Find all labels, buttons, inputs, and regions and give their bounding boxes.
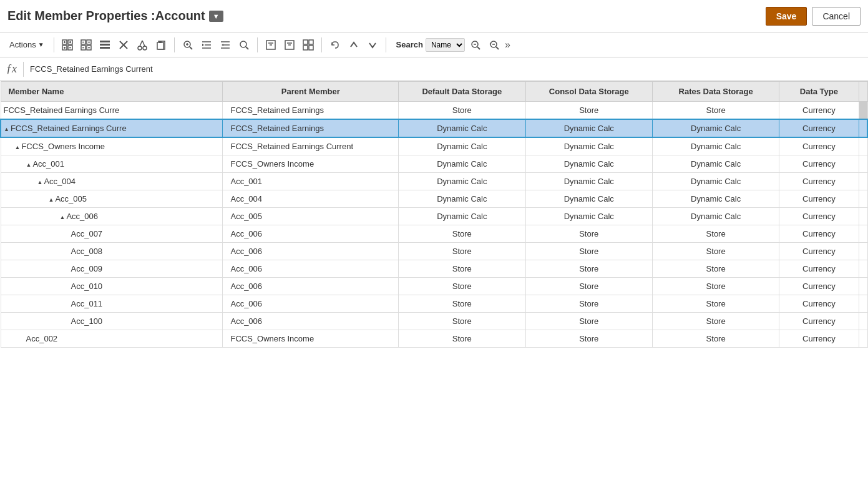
member-name-cell: ▲ Acc_004 (1, 173, 223, 190)
scroll-col (859, 330, 867, 348)
search-type-select[interactable]: Name (426, 38, 465, 52)
parent-member-cell: FCCS_Retained Earnings (223, 102, 399, 120)
member-name-cell: Acc_009 (1, 260, 223, 278)
table-header-row: Member Name Parent Member Default Data S… (1, 82, 867, 102)
default-storage-cell: Dynamic Calc (399, 119, 525, 137)
rates-storage-cell: Store (652, 102, 779, 120)
parent-member-cell: Acc_006 (223, 260, 399, 278)
toolbar-separator-2 (174, 37, 175, 52)
rates-storage-cell: Dynamic Calc (652, 119, 779, 137)
save-button[interactable]: Save (766, 7, 807, 26)
parent-member-cell: FCCS_Owners Income (223, 155, 399, 173)
search-zoom-icon[interactable] (236, 37, 252, 53)
table-row[interactable]: ▲ Acc_006Acc_005Dynamic CalcDynamic Calc… (1, 208, 867, 225)
paste-icon[interactable] (153, 37, 169, 53)
rates-storage-cell: Dynamic Calc (652, 137, 779, 155)
svg-rect-19 (100, 41, 110, 42)
rates-storage-cell: Store (652, 313, 779, 330)
scroll-col (859, 260, 867, 278)
move-down-icon[interactable] (364, 37, 381, 53)
search-go-icon[interactable] (467, 37, 484, 53)
table-row[interactable]: ▲ Acc_004Acc_001Dynamic CalcDynamic Calc… (1, 173, 867, 190)
default-storage-cell: Dynamic Calc (399, 190, 525, 208)
scroll-col (859, 190, 867, 208)
default-storage-cell: Store (399, 225, 525, 243)
indent-icon[interactable] (198, 37, 215, 53)
member-name-cell: ▲ Acc_005 (1, 190, 223, 208)
cancel-button[interactable]: Cancel (812, 7, 861, 26)
parent-member-cell: Acc_004 (223, 190, 399, 208)
consol-storage-cell: Store (525, 225, 652, 243)
table-row[interactable]: ▲ Acc_001FCCS_Owners IncomeDynamic CalcD… (1, 155, 867, 173)
svg-rect-51 (309, 40, 313, 44)
rates-storage-cell: Store (652, 330, 779, 348)
move-up-icon[interactable] (346, 37, 362, 53)
rates-storage-cell: Store (652, 243, 779, 260)
table-row[interactable]: ▲ Acc_005Acc_004Dynamic CalcDynamic Calc… (1, 190, 867, 208)
table-row[interactable]: Acc_100Acc_006StoreStoreStoreCurrency (1, 313, 867, 330)
rates-storage-cell: Store (652, 278, 779, 295)
default-storage-cell: Store (399, 330, 525, 348)
data-type-cell: Currency (779, 243, 859, 260)
col-data-type: Data Type (779, 82, 859, 102)
title-dropdown-button[interactable]: ▼ (209, 11, 223, 22)
col-member-name: Member Name (1, 82, 223, 102)
undo-icon[interactable] (327, 37, 343, 53)
col-scroll (859, 82, 867, 102)
outdent-icon[interactable] (217, 37, 233, 53)
data-type-cell: Currency (779, 137, 859, 155)
data-type-cell: Currency (779, 173, 859, 190)
table-row[interactable]: ▲ FCCS_Owners IncomeFCCS_Retained Earnin… (1, 137, 867, 155)
members-table: Member Name Parent Member Default Data S… (0, 81, 868, 348)
col-consol-storage: Consol Data Storage (525, 82, 652, 102)
table-row[interactable]: Acc_011Acc_006StoreStoreStoreCurrency (1, 295, 867, 313)
more-button[interactable]: » (505, 39, 510, 51)
filter-icon[interactable] (263, 37, 279, 53)
parent-member-cell: Acc_006 (223, 243, 399, 260)
member-name-cell: Acc_008 (1, 243, 223, 260)
scroll-col (859, 173, 867, 190)
search-back-icon[interactable] (486, 37, 502, 53)
member-name-cell: ▲ FCCS_Owners Income (1, 137, 223, 155)
scroll-col (859, 278, 867, 295)
parent-member-cell: FCCS_Retained Earnings (223, 119, 399, 137)
rates-storage-cell: Dynamic Calc (652, 155, 779, 173)
formula-fx-icon: ƒx (6, 62, 17, 76)
formula-content: FCCS_Retained Earnings Current (30, 64, 153, 74)
cut-icon[interactable] (134, 37, 150, 53)
grid-icon[interactable] (300, 37, 316, 53)
default-storage-cell: Store (399, 295, 525, 313)
delete-icon[interactable] (115, 37, 132, 53)
table-row[interactable]: Acc_002FCCS_Owners IncomeStoreStoreStore… (1, 330, 867, 348)
default-storage-cell: Store (399, 243, 525, 260)
actions-arrow: ▼ (38, 41, 44, 48)
actions-menu[interactable]: Actions ▼ (5, 38, 49, 51)
table-row[interactable]: Acc_007Acc_006StoreStoreStoreCurrency (1, 225, 867, 243)
consol-storage-cell: Dynamic Calc (525, 208, 652, 225)
default-storage-cell: Store (399, 313, 525, 330)
table-row[interactable]: Acc_008Acc_006StoreStoreStoreCurrency (1, 243, 867, 260)
rates-storage-cell: Store (652, 295, 779, 313)
title-bar-right: Save Cancel (766, 7, 861, 26)
actions-label: Actions (9, 40, 36, 49)
col-parent-member: Parent Member (223, 82, 399, 102)
scroll-col (859, 295, 867, 313)
expand-tree-icon[interactable] (59, 37, 76, 53)
member-name-cell: Acc_011 (1, 295, 223, 313)
svg-point-24 (138, 46, 142, 50)
zoom-icon[interactable] (180, 37, 196, 53)
parent-member-cell: FCCS_Owners Income (223, 330, 399, 348)
svg-line-42 (246, 47, 248, 49)
list-view-icon[interactable] (97, 37, 113, 53)
table-row[interactable]: ▲ FCCS_Retained Earnings CurreFCCS_Retai… (1, 119, 867, 137)
table-row[interactable]: Acc_009Acc_006StoreStoreStoreCurrency (1, 260, 867, 278)
table-container: Member Name Parent Member Default Data S… (0, 81, 868, 495)
table-row[interactable]: Acc_010Acc_006StoreStoreStoreCurrency (1, 278, 867, 295)
table-row[interactable]: FCCS_Retained Earnings CurreFCCS_Retaine… (1, 102, 867, 120)
consol-storage-cell: Dynamic Calc (525, 137, 652, 155)
data-type-cell: Currency (779, 208, 859, 225)
toolbar-separator-1 (54, 37, 54, 52)
data-type-cell: Currency (779, 119, 859, 137)
collapse-tree-icon[interactable] (78, 37, 94, 53)
filter2-icon[interactable] (281, 37, 298, 53)
